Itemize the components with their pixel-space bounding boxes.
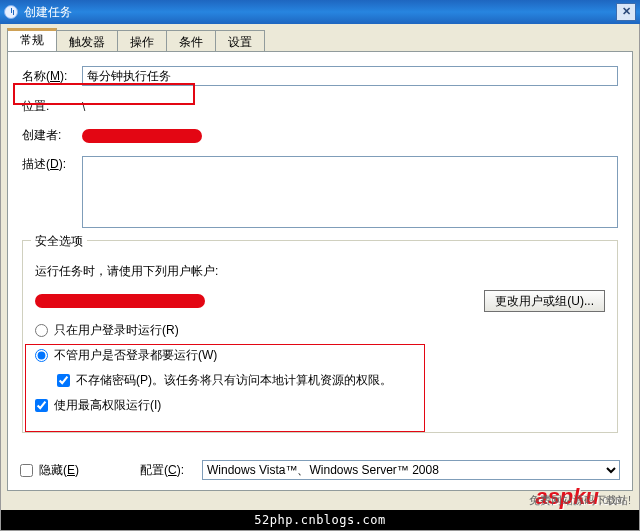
tab-triggers[interactable]: 触发器 <box>56 30 118 51</box>
author-value-redacted <box>82 129 202 143</box>
tab-panel-general: 名称(M): 位置: \ 创建者: 描述(D): 安全选项 运行任务时，请使用下… <box>7 51 633 491</box>
description-textarea[interactable] <box>82 156 618 228</box>
check-hidden[interactable]: 隐藏(E) <box>20 462 140 479</box>
description-label: 描述(D): <box>22 156 82 173</box>
check-highest-privileges[interactable]: 使用最高权限运行(I) <box>35 397 605 414</box>
configure-for-label: 配置(C): <box>140 462 202 479</box>
account-prompt: 运行任务时，请使用下列用户帐户: <box>35 263 605 280</box>
radio-only-logged-on[interactable]: 只在用户登录时运行(R) <box>35 322 605 339</box>
check-no-store-password[interactable]: 不存储密码(P)。该任务将只有访问本地计算机资源的权限。 <box>57 372 605 389</box>
radio-whether-logged[interactable]: 不管用户是否登录都要运行(W) <box>35 347 605 364</box>
configure-for-select[interactable]: Windows Vista™、Windows Server™ 2008 <box>202 460 620 480</box>
radio-whether-logged-input[interactable] <box>35 349 48 362</box>
app-icon <box>4 5 18 19</box>
window-title: 创建任务 <box>24 4 72 21</box>
footer-blog: 52php.cnblogs.com <box>1 510 639 530</box>
name-input[interactable] <box>82 66 618 86</box>
tab-strip: 常规 触发器 操作 条件 设置 <box>7 30 633 52</box>
title-bar: 创建任务 ✕ <box>0 0 640 24</box>
security-groupbox: 安全选项 运行任务时，请使用下列用户帐户: 更改用户或组(U)... 只在用户登… <box>22 240 618 433</box>
check-no-store-password-label: 不存储密码(P)。该任务将只有访问本地计算机资源的权限。 <box>76 372 392 389</box>
account-row: 更改用户或组(U)... <box>35 290 605 312</box>
subfooter-text: 免费网站源码下载站! <box>529 493 631 508</box>
dialog-body: 常规 触发器 操作 条件 设置 名称(M): 位置: \ 创建者: 描述(D): <box>0 24 640 531</box>
security-legend: 安全选项 <box>31 233 87 250</box>
radio-only-logged-on-input[interactable] <box>35 324 48 337</box>
row-author: 创建者: <box>22 127 618 144</box>
check-no-store-password-input[interactable] <box>57 374 70 387</box>
tab-conditions[interactable]: 条件 <box>166 30 216 51</box>
row-location: 位置: \ <box>22 98 618 115</box>
check-hidden-input[interactable] <box>20 464 33 477</box>
location-value: \ <box>82 100 85 114</box>
row-name: 名称(M): <box>22 66 618 86</box>
change-user-button[interactable]: 更改用户或组(U)... <box>484 290 605 312</box>
config-row: 隐藏(E) 配置(C): Windows Vista™、Windows Serv… <box>20 460 620 480</box>
account-value-redacted <box>35 294 205 308</box>
tab-actions[interactable]: 操作 <box>117 30 167 51</box>
tab-settings[interactable]: 设置 <box>215 30 265 51</box>
location-label: 位置: <box>22 98 82 115</box>
name-label: 名称(M): <box>22 68 82 85</box>
radio-only-logged-on-label: 只在用户登录时运行(R) <box>54 322 179 339</box>
check-hidden-label: 隐藏(E) <box>39 462 79 479</box>
author-label: 创建者: <box>22 127 82 144</box>
tab-general[interactable]: 常规 <box>7 28 57 51</box>
close-button[interactable]: ✕ <box>616 3 636 21</box>
check-highest-privileges-input[interactable] <box>35 399 48 412</box>
check-highest-privileges-label: 使用最高权限运行(I) <box>54 397 161 414</box>
radio-whether-logged-label: 不管用户是否登录都要运行(W) <box>54 347 217 364</box>
row-description: 描述(D): <box>22 156 618 228</box>
